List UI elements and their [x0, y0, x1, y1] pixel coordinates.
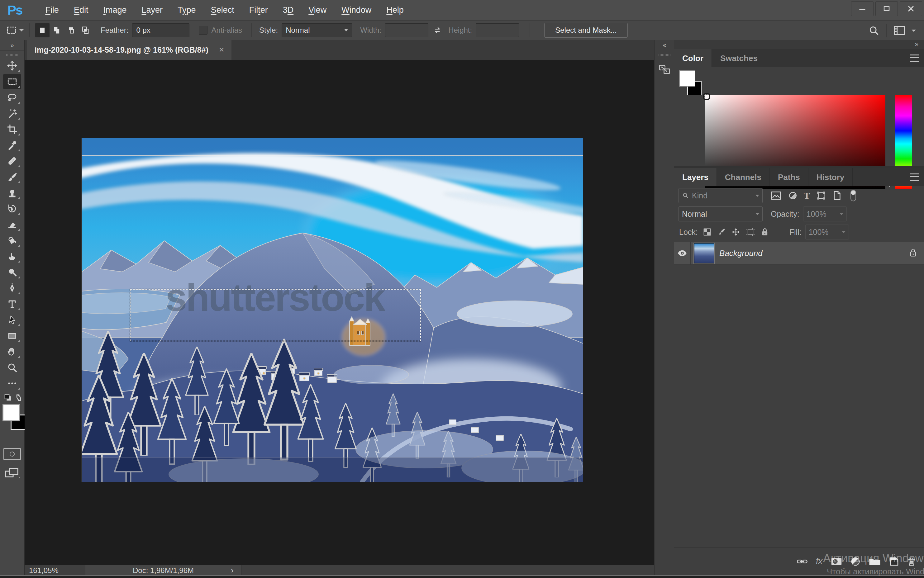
new-selection-button[interactable] [35, 23, 50, 37]
swap-dimensions-icon[interactable] [433, 26, 442, 35]
lock-artboard-icon[interactable] [746, 228, 755, 236]
menu-help[interactable]: Help [379, 5, 411, 15]
rectangle-tool[interactable] [3, 328, 21, 343]
blend-mode-select[interactable]: Normal [679, 206, 763, 221]
style-select[interactable]: Normal [282, 23, 352, 37]
layer-row-background[interactable]: Background [674, 242, 924, 265]
zoom-level-field[interactable]: 161,05% [24, 566, 85, 575]
selection-marquee[interactable] [130, 289, 421, 341]
filter-adjustment-layers-icon[interactable] [788, 191, 797, 200]
workspace-switcher-button[interactable] [893, 25, 905, 36]
tab-close-icon[interactable]: × [219, 45, 224, 55]
tab-channels[interactable]: Channels [717, 168, 770, 186]
collapsed-panel[interactable] [654, 51, 674, 95]
zoom-tool[interactable] [3, 360, 21, 375]
clone-stamp-tool[interactable] [3, 185, 21, 200]
layer-filter-toggle[interactable] [850, 189, 857, 202]
toolbar-grip[interactable] [6, 54, 18, 56]
document-info[interactable]: Doc: 1,96M/1,96M › [85, 565, 242, 575]
menu-select[interactable]: Select [203, 5, 242, 15]
menu-image[interactable]: Image [96, 5, 134, 15]
eraser-tool[interactable] [3, 217, 21, 232]
layer-filter-kind-select[interactable]: Kind [679, 188, 763, 203]
link-layers-icon[interactable] [797, 557, 808, 565]
tab-color[interactable]: Color [674, 49, 712, 67]
menu-view[interactable]: View [301, 5, 334, 15]
history-brush-tool[interactable] [3, 201, 21, 216]
search-button[interactable] [868, 25, 879, 36]
height-input[interactable] [476, 23, 519, 37]
move-tool[interactable] [3, 58, 21, 73]
quick-mask-button[interactable] [3, 448, 21, 460]
minimize-button[interactable] [851, 1, 874, 16]
panel-collapse-button[interactable]: » [915, 41, 918, 48]
dodge-tool[interactable] [3, 265, 21, 280]
tab-paths[interactable]: Paths [770, 168, 809, 186]
add-to-selection-button[interactable] [50, 23, 64, 37]
filter-type-layers-icon[interactable]: T [804, 190, 810, 201]
lock-all-icon[interactable] [761, 228, 769, 236]
menu-edit[interactable]: Edit [67, 5, 96, 15]
fill-value[interactable]: 100% [805, 224, 849, 239]
edit-toolbar[interactable] [3, 376, 21, 391]
lock-transparency-icon[interactable] [703, 228, 711, 236]
subtract-from-selection-button[interactable] [64, 23, 78, 37]
foreground-color-swatch[interactable] [679, 70, 695, 86]
anti-alias-checkbox[interactable] [199, 26, 208, 34]
layer-visibility-cell[interactable] [674, 242, 691, 265]
menu-filter[interactable]: Filter [242, 5, 275, 15]
spot-healing-brush-tool[interactable] [3, 154, 21, 169]
smudge-tool[interactable] [3, 249, 21, 264]
menu-type[interactable]: Type [170, 5, 203, 15]
menu-layer[interactable]: Layer [134, 5, 171, 15]
crop-tool[interactable] [3, 122, 21, 137]
toolbar-expand-button[interactable]: » [0, 40, 24, 51]
paint-bucket-tool[interactable] [3, 233, 21, 248]
layer-name[interactable]: Background [719, 248, 909, 258]
tab-layers[interactable]: Layers [674, 168, 717, 186]
screen-mode-button[interactable] [4, 467, 20, 479]
collapsed-panel-icon[interactable] [658, 63, 671, 76]
filter-smart-objects-icon[interactable] [832, 191, 842, 201]
lock-image-icon[interactable] [717, 228, 726, 236]
layer-thumbnail[interactable] [694, 243, 715, 263]
opacity-value[interactable]: 100% [803, 206, 847, 221]
photo-canvas[interactable]: shutterstock [82, 138, 583, 482]
lasso-tool[interactable] [3, 90, 21, 105]
foreground-color-swatch[interactable] [3, 404, 20, 421]
filter-shape-layers-icon[interactable] [816, 191, 826, 201]
pen-tool[interactable] [3, 281, 21, 295]
color-panel-menu-icon[interactable] [910, 55, 919, 62]
layer-style-icon[interactable]: fx [816, 557, 822, 566]
layers-panel-menu-icon[interactable] [910, 174, 919, 181]
tab-swatches[interactable]: Swatches [712, 49, 766, 67]
rectangular-marquee-tool[interactable] [3, 74, 21, 89]
chevron-down-icon[interactable] [911, 29, 916, 32]
tool-preset-picker[interactable] [6, 25, 24, 36]
close-button[interactable] [900, 1, 922, 16]
feather-input[interactable]: 0 px [132, 23, 189, 37]
filter-image-layers-icon[interactable] [771, 191, 781, 200]
intersect-selection-button[interactable] [78, 23, 93, 37]
eyedropper-tool[interactable] [3, 138, 21, 153]
color-fgbg-swatches[interactable] [679, 70, 704, 97]
tab-history[interactable]: History [809, 168, 853, 186]
swap-colors-icon[interactable] [14, 393, 23, 403]
document-tab[interactable]: img-2020-10-03-14-58-19.png @ 161% (RGB/… [27, 40, 231, 60]
dock-grip[interactable] [658, 54, 671, 56]
path-selection-tool[interactable] [3, 312, 21, 327]
quick-selection-tool[interactable] [3, 106, 21, 121]
maximize-button[interactable] [875, 1, 898, 16]
default-colors-icon[interactable] [4, 393, 13, 403]
lock-position-icon[interactable] [731, 228, 740, 236]
width-input[interactable] [385, 23, 428, 37]
brush-tool[interactable] [3, 169, 21, 184]
type-tool[interactable] [3, 297, 21, 312]
menu-3d[interactable]: 3D [275, 5, 301, 15]
dock-expand-button[interactable]: « [654, 40, 674, 50]
color-picker-indicator[interactable] [703, 93, 710, 100]
hand-tool[interactable] [3, 344, 21, 359]
status-chevron-icon[interactable]: › [231, 565, 234, 575]
menu-file[interactable]: File [38, 5, 67, 15]
select-and-mask-button[interactable]: Select and Mask... [544, 23, 627, 38]
